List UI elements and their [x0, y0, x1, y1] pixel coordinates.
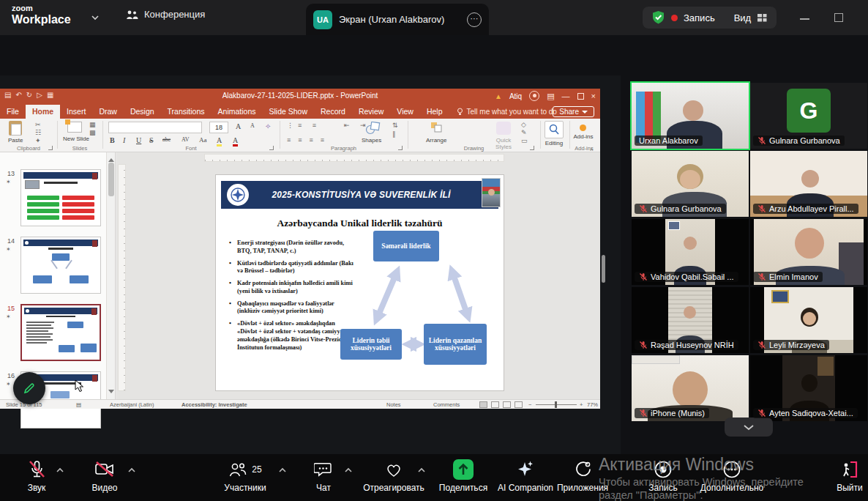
new-slide-label[interactable]: New Slide	[63, 136, 89, 142]
bold-icon[interactable]: B	[110, 136, 115, 144]
participants-button[interactable]: 25 Участники	[216, 459, 274, 493]
grow-font-icon[interactable]: A	[236, 122, 241, 130]
zoom-percentage[interactable]: 77%	[587, 401, 598, 408]
tab-conference[interactable]: Конференция	[126, 9, 205, 20]
video-button[interactable]: Видео	[84, 459, 125, 493]
chat-button[interactable]: Чат	[306, 459, 341, 493]
ppt-tab-draw[interactable]: Draw	[92, 105, 124, 119]
arrange-icon[interactable]	[430, 122, 444, 133]
columns-icon[interactable]: ∥	[392, 130, 396, 138]
add-ins-icon[interactable]	[580, 125, 586, 131]
quick-styles-icon[interactable]	[496, 122, 511, 135]
editing-label[interactable]: Editing	[545, 140, 564, 146]
language-status[interactable]: Azerbaijani (Latin)	[110, 401, 154, 408]
add-ins-label[interactable]: Add-ins	[570, 133, 596, 140]
list-icons[interactable]: ⋮≡ ≡	[287, 122, 321, 129]
change-case-icon[interactable]: Aa	[199, 136, 207, 144]
account-avatar-icon[interactable]	[529, 91, 539, 101]
participants-options-chevron[interactable]	[278, 467, 287, 473]
ppt-tab-review[interactable]: Review	[352, 105, 390, 119]
ppt-minimize-button[interactable]: —	[562, 92, 570, 100]
share-screen-button[interactable]: Поделиться	[436, 459, 490, 493]
strikethrough-icon[interactable]: S	[149, 136, 154, 144]
window-minimize-button[interactable]	[800, 18, 809, 20]
ppt-tab-animations[interactable]: Animations	[212, 105, 263, 119]
reading-view-icon[interactable]	[503, 401, 511, 408]
ppt-tab-home[interactable]: Home	[26, 105, 60, 119]
font-size-box[interactable]: 18	[209, 122, 228, 133]
account-name[interactable]: Atiq	[509, 92, 522, 100]
format-painter-icon[interactable]: ✦	[35, 137, 41, 144]
zoom-out-icon[interactable]: −	[528, 401, 531, 408]
chat-options-chevron[interactable]	[344, 467, 353, 473]
shape-effects-icon[interactable]: ▭	[521, 137, 528, 144]
window-maximize-button[interactable]	[834, 13, 843, 22]
slide-thumbnail-15-selected[interactable]	[20, 304, 101, 361]
slide-section-icon[interactable]: ▩	[89, 129, 96, 136]
editing-button[interactable]	[545, 121, 564, 138]
security-shield-icon[interactable]	[651, 10, 665, 25]
tell-me-box[interactable]: Tell me what you want to do	[449, 105, 564, 119]
ppt-tab-record[interactable]: Record	[314, 105, 352, 119]
participant-tile-gulnara-video[interactable]: Gulnara Gurbanova	[632, 151, 749, 217]
react-options-chevron[interactable]	[417, 467, 426, 473]
ppt-tab-design[interactable]: Design	[124, 105, 161, 119]
shape-fill-icon[interactable]: ◇	[521, 121, 526, 128]
accessibility-status[interactable]: Accessibility: Investigate	[182, 401, 247, 408]
participant-tile-gulnara-avatar[interactable]: G Gulnara Gurbanova	[750, 83, 867, 149]
ppt-share-button[interactable]: Share	[553, 106, 594, 117]
ppt-tab-file[interactable]: File	[0, 105, 26, 119]
record-button[interactable]: Запись	[643, 459, 684, 493]
tab-screen-share[interactable]: UA Экран (Urxan Alakbarov)	[306, 4, 489, 35]
char-spacing-icon[interactable]: AV	[182, 136, 190, 143]
clear-format-icon[interactable]: ✧	[265, 122, 271, 130]
tab-options-icon[interactable]	[467, 12, 482, 27]
audio-button[interactable]: Звук	[18, 459, 56, 493]
participant-tile-resad[interactable]: Rəşad Huseynov NRİH	[632, 287, 749, 353]
zoom-in-icon[interactable]: +	[580, 401, 583, 408]
align-icons[interactable]: ≡≡≡≡	[287, 136, 332, 144]
ppt-close-button[interactable]: ×	[591, 92, 596, 100]
ppt-tab-insert[interactable]: Insert	[60, 105, 92, 119]
paste-icon[interactable]	[9, 121, 22, 136]
arrange-label[interactable]: Arrange	[426, 137, 446, 144]
current-slide[interactable]: 2025-KONSTİTUSİYA VƏ SUVERENLİK İLİ Azər…	[216, 175, 504, 390]
ppt-tab-help[interactable]: Help	[420, 105, 449, 119]
participant-tile-urxan[interactable]: Urxan Alakbarov	[632, 83, 749, 149]
participant-tile-arzu[interactable]: Arzu Abdullayev Pirall...	[750, 151, 867, 217]
slideshow-icon[interactable]	[515, 401, 523, 408]
more-participants-button[interactable]	[725, 417, 773, 437]
video-options-chevron[interactable]	[127, 467, 136, 473]
warning-icon[interactable]: ▲	[495, 92, 502, 100]
slide-layout-icon[interactable]: ▦	[89, 121, 96, 128]
underline-icon[interactable]: U	[136, 136, 141, 144]
leave-button[interactable]: Выйти	[831, 459, 868, 493]
participant-tile-iphone-munis[interactable]: iPhone (Munis)	[632, 355, 749, 421]
shrink-font-icon[interactable]: A	[250, 122, 255, 129]
italic-icon[interactable]: I	[123, 136, 125, 144]
ppt-restore-button[interactable]	[577, 93, 584, 100]
scroll-up-icon[interactable]	[108, 155, 114, 162]
shapes-icon[interactable]	[364, 122, 381, 135]
scrollbar-thumb[interactable]	[108, 163, 114, 196]
comments-button[interactable]: Comments	[433, 401, 460, 408]
new-slide-icon[interactable]	[67, 122, 82, 133]
scroll-down-icon[interactable]	[108, 390, 114, 396]
participant-tile-ayten[interactable]: Ayten Sadiqova-Xetai...	[750, 355, 867, 421]
react-button[interactable]: Отреагировать	[360, 459, 427, 493]
participant-tile-elmin[interactable]: Elmin Imanov	[750, 219, 867, 285]
gallery-view-icon[interactable]	[757, 12, 768, 23]
paste-label[interactable]: Paste	[8, 137, 23, 144]
ribbon-display-options-icon[interactable]: ▤	[547, 92, 554, 101]
ai-companion-button[interactable]: AI Companion	[492, 459, 559, 493]
participant-tile-leyli[interactable]: Leyli Mirzəyeva	[750, 287, 867, 353]
notes-button[interactable]: Notes	[386, 401, 401, 408]
shapes-label[interactable]: Shapes	[362, 137, 381, 144]
share-area-scrollbar[interactable]	[602, 255, 605, 283]
slide-sorter-icon[interactable]	[491, 401, 499, 408]
audio-options-chevron[interactable]	[56, 467, 64, 473]
font-name-box[interactable]	[108, 122, 202, 133]
slide-thumbnail-14[interactable]	[20, 237, 101, 294]
slide-thumbnail-13[interactable]	[20, 169, 101, 226]
ppt-tab-transitions[interactable]: Transitions	[161, 105, 212, 119]
